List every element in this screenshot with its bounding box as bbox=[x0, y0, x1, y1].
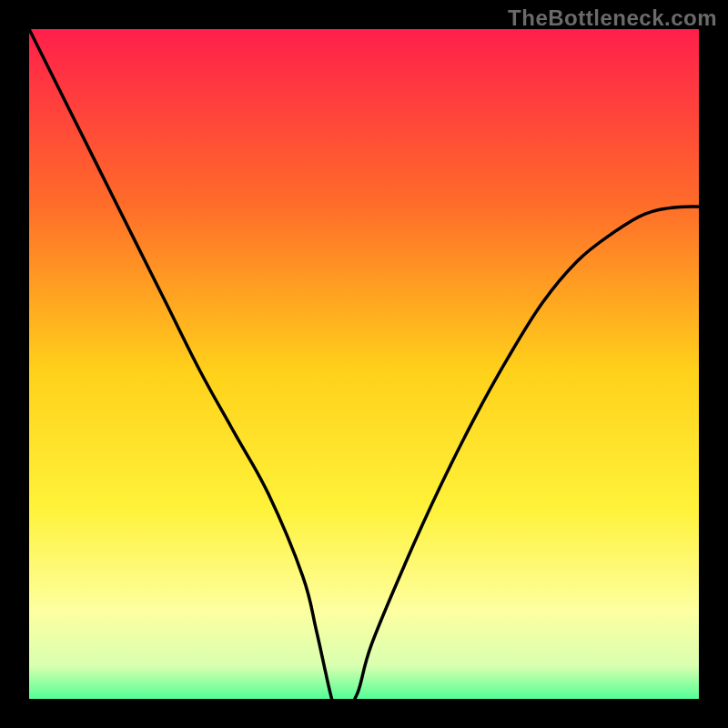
watermark-text: TheBottleneck.com bbox=[508, 5, 717, 31]
heat-gradient-background bbox=[29, 29, 713, 713]
bottleneck-chart bbox=[0, 0, 728, 728]
